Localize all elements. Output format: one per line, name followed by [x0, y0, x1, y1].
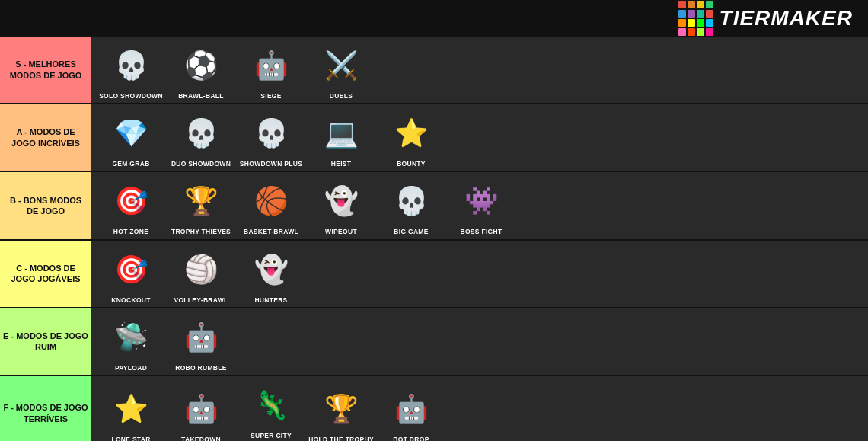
- item-label-showdown-plus: SHOWDOWN PLUS: [240, 160, 302, 168]
- item-label-duo-showdown: DUO SHOWDOWN: [171, 160, 231, 168]
- item-icon-takedown: 🤖: [171, 383, 231, 435]
- item-label-knockout: KNOCKOUT: [111, 296, 151, 304]
- tier-item-heist[interactable]: 💻HEIST: [308, 107, 375, 168]
- tier-item-duo-showdown[interactable]: 💀DUO SHOWDOWN: [168, 107, 235, 168]
- tiermaker-logo: TiERMAKER: [678, 1, 853, 36]
- tier-item-duels[interactable]: ⚔️DUELS: [308, 40, 375, 100]
- tier-content-b: 🎯HOT ZONE🏆TROPHY THIEVES🏀BASKET-BRAWL👻WI…: [91, 172, 868, 238]
- item-label-hot-zone: HOT ZONE: [113, 228, 148, 235]
- tier-row-e: E - MODOS DE JOGO RUIM🛸PAYLOAD🤖ROBO RUMB…: [0, 308, 868, 376]
- item-icon-solo-showdown: 💀: [101, 40, 161, 91]
- tier-item-boss-fight[interactable]: 👾BOSS FIGHT: [448, 175, 515, 235]
- item-icon-siege: 🤖: [241, 40, 302, 91]
- tier-content-f: ⭐LONE STAR🤖TAKEDOWN🦎SUPER CITY RAMPAGE🏆H…: [91, 376, 868, 441]
- tier-label-c: C - MODOS DE JOGO JOGÁVEIS: [0, 241, 91, 307]
- tier-item-showdown-plus[interactable]: 💀SHOWDOWN PLUS: [238, 107, 305, 168]
- item-icon-payload: 🛸: [101, 312, 161, 363]
- item-label-super-city-rampage: SUPER CITY RAMPAGE: [238, 432, 305, 441]
- item-icon-hold-the-trophy: 🏆: [311, 383, 372, 435]
- tier-item-super-city-rampage[interactable]: 🦎SUPER CITY RAMPAGE: [238, 379, 305, 441]
- item-label-duels: DUELS: [330, 92, 353, 100]
- tier-row-a: A - MODOS DE JOGO INCRÍVEIS💎GEM GRAB💀DUO…: [0, 104, 868, 172]
- tier-label-s: S - MELHORES MODOS DE JOGO: [0, 37, 91, 103]
- tier-item-hunters[interactable]: 👻HUNTERS: [238, 244, 305, 304]
- item-icon-heist: 💻: [311, 107, 372, 159]
- tier-content-c: 🎯KNOCKOUT🏐VOLLEY-BRAWL👻HUNTERS: [91, 241, 868, 307]
- item-icon-showdown-plus: 💀: [241, 107, 302, 159]
- tier-item-big-game[interactable]: 💀BIG GAME: [378, 175, 445, 235]
- item-label-bounty: BOUNTY: [397, 160, 426, 168]
- item-icon-bot-drop: 🤖: [381, 383, 442, 435]
- tier-item-wipeout[interactable]: 👻WIPEOUT: [308, 175, 375, 235]
- tier-row-b: B - BONS MODOS DE JOGO🎯HOT ZONE🏆TROPHY T…: [0, 172, 868, 240]
- item-icon-brawl-ball: ⚽: [171, 40, 231, 91]
- tier-row-f: F - MODOS DE JOGO TERRÍVEIS⭐LONE STAR🤖TA…: [0, 376, 868, 441]
- tier-item-payload[interactable]: 🛸PAYLOAD: [97, 312, 164, 372]
- item-icon-robo-rumble: 🤖: [171, 312, 231, 363]
- item-icon-hot-zone: 🎯: [101, 175, 161, 227]
- tier-row-s: S - MELHORES MODOS DE JOGO💀SOLO SHOWDOWN…: [0, 37, 868, 104]
- logo-grid-icon: [678, 1, 713, 36]
- item-icon-basket-brawl: 🏀: [241, 175, 302, 227]
- item-icon-bounty: ⭐: [381, 107, 442, 159]
- tier-item-trophy-thieves[interactable]: 🏆TROPHY THIEVES: [168, 175, 235, 235]
- tier-item-solo-showdown[interactable]: 💀SOLO SHOWDOWN: [97, 40, 164, 100]
- tier-row-c: C - MODOS DE JOGO JOGÁVEIS🎯KNOCKOUT🏐VOLL…: [0, 241, 868, 308]
- tier-item-robo-rumble[interactable]: 🤖ROBO RUMBLE: [168, 312, 235, 372]
- item-label-hold-the-trophy: HOLD THE TROPHY: [308, 436, 374, 441]
- item-label-robo-rumble: ROBO RUMBLE: [175, 364, 227, 372]
- header: TiERMAKER: [0, 0, 868, 37]
- tier-item-bot-drop[interactable]: 🤖BOT DROP: [378, 383, 445, 441]
- tier-item-volley-brawl[interactable]: 🏐VOLLEY-BRAWL: [168, 244, 235, 304]
- tier-item-basket-brawl[interactable]: 🏀BASKET-BRAWL: [238, 175, 305, 235]
- item-label-hunters: HUNTERS: [254, 296, 287, 304]
- item-label-big-game: BIG GAME: [394, 228, 428, 235]
- item-icon-big-game: 💀: [381, 175, 442, 227]
- item-icon-trophy-thieves: 🏆: [171, 175, 231, 227]
- tier-item-gem-grab[interactable]: 💎GEM GRAB: [97, 107, 164, 168]
- item-icon-duels: ⚔️: [311, 40, 372, 91]
- item-label-takedown: TAKEDOWN: [181, 436, 221, 441]
- item-label-heist: HEIST: [331, 160, 352, 168]
- item-label-bot-drop: BOT DROP: [393, 436, 429, 441]
- tier-content-a: 💎GEM GRAB💀DUO SHOWDOWN💀SHOWDOWN PLUS💻HEI…: [91, 104, 868, 171]
- tier-item-knockout[interactable]: 🎯KNOCKOUT: [97, 244, 164, 304]
- item-label-payload: PAYLOAD: [115, 364, 147, 372]
- item-icon-boss-fight: 👾: [451, 175, 512, 227]
- item-icon-wipeout: 👻: [311, 175, 372, 227]
- app-container: TiERMAKER S - MELHORES MODOS DE JOGO💀SOL…: [0, 0, 868, 441]
- item-label-lone-star: LONE STAR: [111, 436, 150, 441]
- tier-item-hold-the-trophy[interactable]: 🏆HOLD THE TROPHY: [308, 383, 375, 441]
- item-icon-knockout: 🎯: [101, 244, 161, 296]
- tier-label-b: B - BONS MODOS DE JOGO: [0, 172, 91, 238]
- item-label-trophy-thieves: TROPHY THIEVES: [171, 228, 231, 235]
- item-icon-gem-grab: 💎: [101, 107, 161, 159]
- tier-item-hot-zone[interactable]: 🎯HOT ZONE: [97, 175, 164, 235]
- item-icon-duo-showdown: 💀: [171, 107, 231, 159]
- tier-item-brawl-ball[interactable]: ⚽BRAWL-BALL: [168, 40, 235, 100]
- item-icon-volley-brawl: 🏐: [171, 244, 231, 296]
- item-label-gem-grab: GEM GRAB: [112, 160, 149, 168]
- tier-label-e: E - MODOS DE JOGO RUIM: [0, 308, 91, 375]
- tier-item-takedown[interactable]: 🤖TAKEDOWN: [168, 383, 235, 441]
- item-label-boss-fight: BOSS FIGHT: [461, 228, 503, 235]
- tier-content-e: 🛸PAYLOAD🤖ROBO RUMBLE: [91, 308, 868, 375]
- item-label-volley-brawl: VOLLEY-BRAWL: [174, 296, 228, 304]
- item-icon-super-city-rampage: 🦎: [241, 379, 302, 431]
- item-icon-hunters: 👻: [241, 244, 302, 296]
- tier-label-a: A - MODOS DE JOGO INCRÍVEIS: [0, 104, 91, 171]
- tier-item-lone-star[interactable]: ⭐LONE STAR: [97, 383, 164, 441]
- item-label-basket-brawl: BASKET-BRAWL: [244, 228, 298, 235]
- tier-item-bounty[interactable]: ⭐BOUNTY: [378, 107, 445, 168]
- tier-label-f: F - MODOS DE JOGO TERRÍVEIS: [0, 376, 91, 441]
- item-label-brawl-ball: BRAWL-BALL: [178, 92, 224, 100]
- tiers-container: S - MELHORES MODOS DE JOGO💀SOLO SHOWDOWN…: [0, 37, 868, 441]
- tier-content-s: 💀SOLO SHOWDOWN⚽BRAWL-BALL🤖SIEGE⚔️DUELS: [91, 37, 868, 103]
- item-icon-lone-star: ⭐: [101, 383, 161, 435]
- item-label-solo-showdown: SOLO SHOWDOWN: [99, 92, 163, 100]
- item-label-siege: SIEGE: [260, 92, 281, 100]
- item-label-wipeout: WIPEOUT: [325, 228, 357, 235]
- logo-text: TiERMAKER: [720, 6, 853, 30]
- tier-item-siege[interactable]: 🤖SIEGE: [238, 40, 305, 100]
